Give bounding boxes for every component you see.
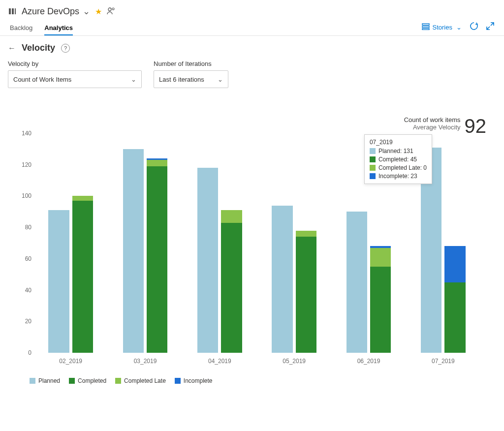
chevron-down-icon: ⌄ [456, 24, 462, 31]
help-icon[interactable]: ? [61, 44, 70, 53]
stories-icon [422, 23, 430, 31]
svg-point-4 [112, 8, 114, 10]
filter-velocity-by-label: Velocity by [8, 60, 142, 67]
tab-backlog[interactable]: Backlog [10, 24, 32, 35]
legend-label: Completed Late [124, 377, 166, 384]
tab-analytics[interactable]: Analytics [44, 24, 73, 35]
svg-rect-7 [422, 29, 429, 30]
svg-rect-5 [422, 24, 429, 25]
legend-label: Planned [38, 377, 60, 384]
bar-completed-late[interactable] [72, 196, 93, 201]
y-tick: 0 [20, 349, 32, 356]
bar-planned[interactable] [123, 149, 144, 353]
refresh-icon[interactable] [470, 22, 478, 32]
chart-tooltip: 07_2019 Planned: 131 Completed: 45 Compl… [364, 134, 432, 184]
page-body: ← Velocity ? Velocity by Count of Work I… [0, 36, 504, 389]
tab-bar: Backlog Analytics Stories ⌄ [0, 20, 504, 36]
back-icon[interactable]: ← [8, 44, 16, 53]
page-head: ← Velocity ? [8, 43, 496, 53]
tooltip-row: Incomplete: 23 [378, 173, 417, 180]
velocity-chart: 02040608010012014002_201903_201904_20190… [19, 101, 485, 389]
swatch [30, 378, 35, 384]
swatch [370, 156, 376, 162]
fullscreen-icon[interactable] [486, 22, 494, 32]
bar-completed[interactable] [296, 237, 316, 353]
bar-planned[interactable] [272, 206, 292, 353]
swatch [175, 378, 181, 384]
tooltip-row: Completed: 45 [378, 156, 417, 163]
star-icon[interactable]: ★ [95, 7, 102, 16]
filter-velocity-by: Velocity by Count of Work Items ⌄ [8, 60, 142, 88]
select-iterations[interactable]: Last 6 iterations ⌄ [154, 70, 228, 88]
svg-rect-0 [9, 8, 11, 14]
svg-rect-1 [12, 8, 14, 14]
select-velocity-by-value: Count of Work Items [13, 76, 71, 83]
tooltip-row: Completed Late: 0 [378, 164, 427, 171]
bar-incomplete[interactable] [147, 158, 167, 160]
bar-completed[interactable] [370, 267, 391, 353]
bar-completed-late[interactable] [370, 248, 391, 267]
swatch [115, 378, 121, 384]
app-title-text: Azure DevOps [22, 6, 79, 16]
swatch [370, 173, 376, 179]
y-tick: 60 [20, 255, 32, 262]
bar-incomplete[interactable] [370, 246, 391, 247]
bar-completed[interactable] [221, 223, 242, 353]
stories-label: Stories [433, 24, 452, 31]
y-tick: 120 [20, 161, 32, 168]
tooltip-title: 07_2019 [370, 139, 427, 146]
tooltip-row: Planned: 131 [378, 148, 413, 154]
bar-completed[interactable] [72, 201, 93, 353]
view-stories[interactable]: Stories ⌄ [422, 23, 462, 31]
x-tick: 04_2019 [208, 358, 231, 365]
svg-rect-6 [422, 26, 429, 28]
filter-iterations: Number of Iterations Last 6 iterations ⌄ [154, 60, 228, 88]
x-tick: 02_2019 [59, 358, 82, 365]
page-title: Velocity [22, 43, 55, 53]
bar-planned[interactable] [346, 212, 367, 353]
bar-planned[interactable] [197, 168, 218, 353]
svg-point-3 [108, 8, 111, 11]
x-tick: 03_2019 [134, 358, 157, 365]
y-tick: 40 [20, 287, 32, 294]
bar-completed-late[interactable] [147, 160, 167, 166]
app-title[interactable]: Azure DevOps ⌄ [22, 6, 90, 17]
legend-label: Incomplete [184, 377, 213, 384]
bar-completed-late[interactable] [296, 231, 316, 237]
bar-completed[interactable] [147, 166, 167, 353]
swatch [69, 378, 75, 384]
x-tick: 06_2019 [357, 358, 380, 365]
filter-iterations-label: Number of Iterations [154, 60, 228, 67]
bar-planned[interactable] [48, 210, 69, 353]
y-tick: 80 [20, 224, 32, 231]
chevron-down-icon: ⌄ [131, 76, 136, 83]
bar-completed-late[interactable] [221, 210, 242, 222]
chevron-down-icon: ⌄ [83, 6, 90, 17]
tab-bar-right: Stories ⌄ [422, 22, 494, 35]
x-tick: 05_2019 [283, 358, 306, 365]
select-velocity-by[interactable]: Count of Work Items ⌄ [8, 70, 142, 88]
y-tick: 140 [20, 130, 32, 137]
y-tick: 100 [20, 192, 32, 199]
svg-rect-2 [15, 8, 16, 14]
team-icon[interactable] [107, 7, 116, 16]
bar-incomplete[interactable] [444, 246, 465, 282]
x-tick: 07_2019 [432, 358, 455, 365]
filters: Velocity by Count of Work Items ⌄ Number… [8, 60, 496, 88]
select-iterations-value: Last 6 iterations [159, 76, 204, 83]
swatch [370, 148, 376, 154]
devops-icon [8, 7, 17, 16]
chart-legend: Planned Completed Completed Late Incompl… [30, 377, 213, 384]
swatch [370, 165, 376, 171]
legend-label: Completed [78, 377, 106, 384]
top-bar: Azure DevOps ⌄ ★ [0, 0, 504, 20]
bar-completed[interactable] [444, 282, 465, 353]
chevron-down-icon: ⌄ [218, 76, 223, 83]
y-tick: 20 [20, 318, 32, 325]
